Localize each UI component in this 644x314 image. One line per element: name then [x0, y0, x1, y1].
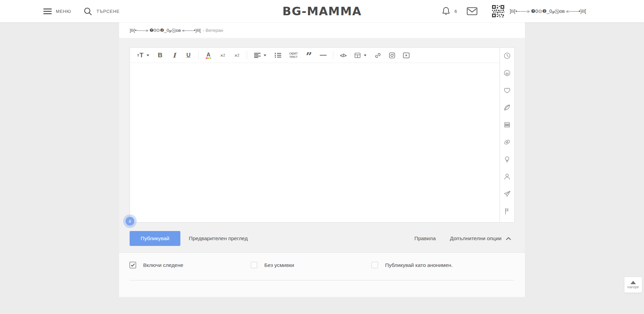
option-follow[interactable]: Включи следене — [130, 262, 183, 268]
header-username[interactable]: ]II{•------» ❼0⊙❷_0ℊⓃов «------•}II[ — [510, 0, 586, 22]
emoji-recent-button[interactable] — [503, 51, 511, 60]
emoji-objects-button[interactable] — [503, 155, 511, 163]
superscript-button[interactable]: ×2 — [216, 49, 230, 61]
table-button[interactable] — [350, 49, 371, 61]
option-label: Публикувай като анонимен. — [385, 262, 453, 268]
follow-checkbox[interactable] — [130, 262, 136, 268]
publish-button[interactable]: Публикувай — [130, 231, 180, 246]
rich-text-editor: тT B I U A ×2 ×2 — [130, 47, 515, 223]
emoji-people-button[interactable] — [503, 172, 511, 181]
menu-button[interactable]: МЕНЮ — [43, 0, 71, 22]
emoji-hearts-button[interactable] — [503, 86, 511, 94]
align-left-icon — [254, 53, 261, 58]
post-author-rank: - Ветеран — [203, 28, 223, 33]
more-options-button[interactable]: Допълнителни опции — [450, 235, 511, 242]
emoji-activities-button[interactable] — [503, 138, 511, 146]
option-anonymous[interactable]: Публикувай като анонимен. — [372, 262, 453, 268]
emoji-flags-button[interactable] — [503, 207, 511, 215]
anonymous-checkbox[interactable] — [372, 262, 378, 268]
link-button[interactable] — [371, 49, 385, 61]
emoji-nature-button[interactable] — [503, 103, 511, 111]
image-button[interactable] — [385, 49, 399, 61]
bell-icon — [441, 6, 451, 16]
subscript-button[interactable]: ×2 — [230, 49, 244, 61]
message-textarea[interactable] — [130, 63, 499, 222]
hidden-text-button[interactable]: скрит текст — [285, 49, 302, 61]
align-button[interactable] — [250, 49, 271, 61]
video-button[interactable] — [399, 49, 413, 61]
flag-icon — [503, 207, 511, 215]
emoji-smileys-button[interactable] — [503, 69, 511, 77]
photo-icon — [388, 52, 396, 59]
horizontal-rule-icon — [320, 55, 327, 56]
chevron-up-icon — [506, 237, 511, 240]
italic-button[interactable]: I — [167, 49, 181, 61]
check-icon — [131, 263, 135, 267]
toolbar-divider — [247, 51, 247, 59]
video-icon — [403, 52, 410, 59]
envelope-icon — [466, 6, 478, 16]
messages-button[interactable] — [466, 0, 478, 22]
scroll-top-label: нагоре — [627, 285, 639, 289]
avatar[interactable] — [491, 4, 505, 18]
scroll-to-top-button[interactable]: нагоре — [624, 277, 642, 293]
bullet-list-icon — [275, 53, 281, 58]
top-header: МЕНЮ ТЪРСЕНЕ BG-MAMMA 6 — [0, 0, 644, 22]
no-smilies-checkbox[interactable] — [251, 262, 257, 268]
post-author-name[interactable]: ]II{•------» ❼0⊙❷_0ℊⓃов «------•}II[ — [130, 27, 201, 33]
font-size-button[interactable]: тT — [133, 49, 153, 61]
person-icon — [503, 173, 511, 181]
burger-icon — [503, 121, 511, 129]
underline-button[interactable]: U — [181, 49, 196, 61]
menu-label: МЕНЮ — [56, 9, 71, 14]
search-label: ТЪРСЕНЕ — [96, 9, 119, 14]
option-label: Включи следене — [143, 262, 183, 268]
search-icon — [83, 7, 92, 16]
additional-options-panel: Включи следене Без усмивки Публикувай ка… — [119, 252, 525, 297]
caret-down-icon — [264, 55, 266, 56]
toolbar-divider — [333, 51, 333, 59]
option-no-smilies[interactable]: Без усмивки — [251, 262, 294, 268]
football-icon — [503, 138, 511, 146]
qr-avatar-image — [491, 4, 505, 18]
horizontal-rule-button[interactable] — [316, 49, 330, 61]
bold-button[interactable]: B — [153, 49, 167, 61]
toolbar-divider — [198, 51, 199, 59]
emoji-category-rail — [499, 48, 514, 222]
notification-count: 6 — [454, 9, 457, 14]
text-color-button[interactable]: A — [201, 49, 216, 61]
quote-button[interactable]: ” — [302, 49, 316, 61]
plane-icon — [503, 190, 511, 198]
heart-icon — [503, 86, 511, 94]
reply-card: ]II{•------» ❼0⊙❷_0ℊⓃов «------•}II[ - В… — [119, 22, 525, 297]
editor-toolbar: тT B I U A ×2 ×2 — [130, 48, 499, 63]
lightbulb-icon — [503, 155, 511, 163]
rules-link[interactable]: Правила — [415, 235, 436, 242]
rainbow-bar-icon — [206, 58, 211, 59]
hashtag-button[interactable]: # — [123, 214, 137, 228]
hamburger-icon — [43, 8, 52, 14]
site-logo[interactable]: BG-MAMMA — [282, 0, 361, 22]
post-author-row: ]II{•------» ❼0⊙❷_0ℊⓃов «------•}II[ - В… — [119, 22, 525, 38]
list-button[interactable] — [271, 49, 285, 61]
table-icon — [354, 53, 361, 58]
emoji-travel-button[interactable] — [503, 190, 511, 198]
option-label: Без усмивки — [264, 262, 294, 268]
hashtag-icon: # — [126, 217, 134, 226]
emoji-food-button[interactable] — [503, 121, 511, 129]
smiley-icon — [503, 69, 511, 77]
clock-icon — [503, 52, 511, 60]
actions-row: Публикувай Предварителен преглед Правила… — [130, 231, 514, 246]
triangle-up-icon — [630, 281, 636, 284]
code-button[interactable]: </> — [336, 49, 350, 61]
options-divider — [129, 280, 514, 280]
search-button[interactable]: ТЪРСЕНЕ — [83, 0, 119, 22]
preview-button[interactable]: Предварителен преглед — [189, 231, 248, 246]
leaf-icon — [503, 104, 511, 111]
notifications-button[interactable]: 6 — [441, 0, 457, 22]
link-icon — [374, 51, 381, 59]
caret-down-icon — [364, 55, 367, 56]
caret-down-icon — [147, 55, 149, 56]
